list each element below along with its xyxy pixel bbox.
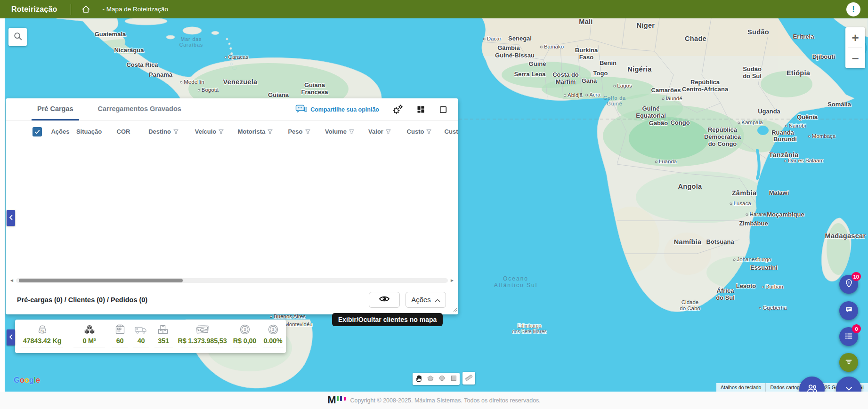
breadcrumb: - Mapa de Roteirização bbox=[103, 6, 169, 13]
feedback-link[interactable]: Compartilhe sua opinião bbox=[295, 104, 379, 115]
google-logo-letter: o bbox=[20, 376, 24, 385]
filter-funnel-icon[interactable] bbox=[386, 129, 391, 135]
map-pins-fab[interactable]: 10 bbox=[839, 275, 858, 294]
chat-icon bbox=[844, 305, 854, 316]
home-icon[interactable] bbox=[81, 5, 90, 14]
horizontal-scrollbar[interactable]: ◄ ► bbox=[6, 276, 458, 285]
expand-square-icon[interactable] bbox=[438, 105, 448, 114]
rectangle-tool[interactable] bbox=[448, 373, 460, 385]
google-logo-letter: g bbox=[29, 376, 34, 385]
select-all-checkbox[interactable] bbox=[32, 127, 42, 136]
svg-text:$: $ bbox=[243, 327, 246, 332]
svg-text:Kg: Kg bbox=[41, 329, 44, 333]
circle-tool[interactable] bbox=[436, 373, 448, 385]
measure-ruler-tool[interactable] bbox=[462, 372, 475, 385]
filter-funnel-icon[interactable] bbox=[173, 129, 178, 135]
banknote-icon bbox=[194, 322, 211, 336]
filter-fab[interactable] bbox=[839, 353, 858, 372]
stat-underline bbox=[181, 347, 224, 347]
coin-icon: $ bbox=[238, 322, 252, 336]
list-fab[interactable]: 0 bbox=[839, 327, 858, 346]
column-header-valor-8[interactable]: Valor bbox=[360, 128, 399, 135]
tab-carregamentos-gravados[interactable]: Carregamentos Gravados bbox=[92, 98, 187, 120]
column-header-veiculo-4[interactable]: Veículo bbox=[187, 128, 232, 135]
stat-underline bbox=[233, 347, 257, 347]
stat-underline bbox=[263, 347, 283, 347]
cubes-icon bbox=[82, 322, 97, 336]
scroll-right-arrow[interactable]: ► bbox=[450, 278, 454, 283]
stat-coin: $R$ 0,00 bbox=[229, 322, 260, 353]
filter-funnel-icon[interactable] bbox=[268, 129, 273, 135]
filter-icon bbox=[844, 357, 854, 369]
stat-weight: Kg47843.42 Kg bbox=[15, 322, 69, 353]
map[interactable]: GuatemalaMar das CaraíbasNicaráguaCaraca… bbox=[5, 18, 868, 392]
draw-toolbar bbox=[413, 373, 460, 385]
panel-collapse-button[interactable] bbox=[7, 210, 15, 226]
stats-bar: Kg47843.42 Kg0 M³6040351R$ 1.373.985,53$… bbox=[15, 320, 286, 353]
tab-pre-cargas[interactable]: Pré Cargas bbox=[32, 98, 79, 120]
polygon-tool[interactable] bbox=[424, 373, 436, 385]
filter-funnel-icon[interactable] bbox=[305, 129, 310, 135]
pin-count-badge: 10 bbox=[852, 272, 861, 281]
settings-gears-icon[interactable] bbox=[392, 104, 403, 115]
column-header-motorista-5[interactable]: Motorista bbox=[232, 128, 279, 135]
stat-value: 351 bbox=[158, 337, 169, 345]
pan-hand-tool[interactable] bbox=[413, 373, 424, 385]
topbar: Roteirização - Mapa de Roteirização ! bbox=[0, 0, 868, 18]
column-label: Custo bbox=[407, 128, 424, 135]
tab-label: Carregamentos Gravados bbox=[98, 105, 181, 112]
acoes-button[interactable]: Ações bbox=[406, 292, 446, 308]
column-label: COR bbox=[117, 128, 130, 135]
column-header-acoes-0[interactable]: Ações bbox=[49, 128, 71, 135]
package-icon bbox=[113, 322, 128, 336]
layout-grid-icon[interactable] bbox=[416, 104, 426, 114]
column-label: Volume bbox=[325, 128, 347, 135]
stat-underline bbox=[133, 347, 149, 347]
filter-funnel-icon[interactable] bbox=[219, 129, 224, 135]
stat-underline bbox=[73, 347, 105, 347]
google-logo: Google bbox=[14, 376, 40, 385]
column-label: Valor bbox=[368, 128, 383, 135]
maxima-logo: M bbox=[327, 396, 345, 405]
stat-value: 40 bbox=[138, 337, 145, 345]
filter-funnel-icon[interactable] bbox=[349, 129, 354, 135]
scroll-left-arrow[interactable]: ◄ bbox=[9, 278, 14, 283]
column-header-volume-7[interactable]: Volume bbox=[319, 128, 360, 135]
stat-value: R$ 0,00 bbox=[233, 337, 256, 345]
acoes-button-label: Ações bbox=[411, 296, 431, 304]
panel-header-actions: Compartilhe sua opinião bbox=[295, 98, 458, 120]
stat-value: R$ 1.373.985,53 bbox=[178, 337, 227, 345]
ruler-icon bbox=[464, 373, 473, 384]
toggle-clients-visibility-button[interactable] bbox=[369, 292, 400, 308]
weight-icon: Kg bbox=[35, 322, 50, 336]
svg-text:$: $ bbox=[272, 327, 274, 332]
keyboard-shortcuts-link[interactable]: Atalhos do teclado bbox=[716, 383, 765, 392]
google-logo-letter: G bbox=[14, 376, 20, 385]
chat-fab[interactable] bbox=[839, 301, 858, 320]
stat-truck: 40 bbox=[130, 322, 152, 353]
column-label: Ações bbox=[51, 128, 69, 135]
zoom-in-button[interactable]: + bbox=[845, 27, 865, 48]
zoom-out-button[interactable]: − bbox=[845, 48, 865, 68]
map-search-button[interactable] bbox=[8, 28, 27, 46]
column-header-custo-9[interactable]: Custo bbox=[399, 128, 439, 135]
column-header-situacao-1[interactable]: Situação bbox=[71, 128, 107, 135]
panel-resize-handle[interactable] bbox=[453, 305, 457, 313]
stat-underline bbox=[21, 347, 64, 347]
column-header-cor-2[interactable]: COR bbox=[107, 128, 140, 135]
column-label: Custo bbox=[445, 128, 458, 135]
stat-percent-coin: $0.00% bbox=[260, 322, 286, 353]
google-logo-letter: o bbox=[24, 376, 29, 385]
location-pin-icon bbox=[844, 278, 854, 290]
panel-tabs: Pré Cargas Carregamentos Gravados Compar… bbox=[6, 98, 458, 121]
column-header-destino-3[interactable]: Destino bbox=[140, 128, 187, 135]
stat-value: 0.00% bbox=[263, 337, 282, 345]
filter-funnel-icon[interactable] bbox=[426, 129, 431, 135]
chevron-down-icon bbox=[843, 382, 855, 392]
scrollbar-track[interactable] bbox=[16, 278, 448, 283]
scrollbar-thumb[interactable] bbox=[19, 279, 183, 282]
column-header-peso-6[interactable]: Peso bbox=[279, 128, 319, 135]
column-header-custo-10[interactable]: Custo bbox=[439, 128, 458, 135]
alert-button[interactable]: ! bbox=[846, 2, 860, 16]
stats-collapse-button[interactable] bbox=[7, 329, 15, 345]
